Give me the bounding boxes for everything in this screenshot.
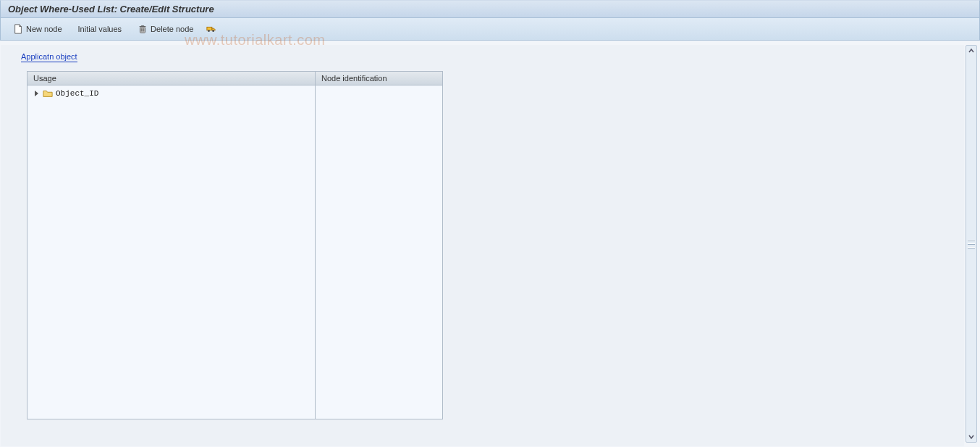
- scroll-grip[interactable]: [968, 240, 975, 248]
- column-usage[interactable]: Usage: [28, 72, 316, 85]
- svg-point-3: [213, 30, 215, 32]
- content-area: Applicatn object Usage Node identificati…: [1, 45, 964, 446]
- chevron-up-icon: [968, 48, 974, 54]
- scroll-down-button[interactable]: [966, 432, 976, 442]
- table-body: Object_ID: [28, 85, 442, 419]
- trash-icon: [138, 24, 148, 34]
- usage-table: Usage Node identification Object_ID: [27, 71, 443, 419]
- svg-rect-1: [207, 27, 212, 30]
- scroll-track[interactable]: [966, 56, 976, 432]
- folder-icon: [43, 88, 53, 99]
- vertical-scrollbar[interactable]: [966, 45, 977, 443]
- table-header: Usage Node identification: [28, 72, 442, 85]
- tree-node-object-id[interactable]: Object_ID: [28, 87, 315, 100]
- new-document-icon: [13, 24, 23, 34]
- truck-icon: [206, 24, 216, 34]
- initial-values-button[interactable]: Initial values: [72, 22, 129, 36]
- page-title: Object Where-Used List: Create/Edit Stru…: [0, 0, 980, 18]
- initial-values-label: Initial values: [78, 25, 122, 33]
- delete-node-button[interactable]: Delete node: [131, 21, 200, 37]
- node-id-column-body: [316, 85, 442, 419]
- usage-column-body: Object_ID: [28, 85, 316, 419]
- application-object-link[interactable]: Applicatn object: [21, 52, 77, 62]
- delete-node-label: Delete node: [151, 25, 193, 33]
- chevron-down-icon: [968, 434, 974, 440]
- tree-node-label: Object_ID: [56, 89, 98, 98]
- expand-icon[interactable]: [35, 91, 38, 96]
- scroll-up-button[interactable]: [966, 46, 976, 56]
- new-node-label: New node: [26, 25, 62, 33]
- toolbar: New node Initial values Delete node: [0, 18, 980, 41]
- transport-button[interactable]: [203, 21, 220, 37]
- link-row: Applicatn object: [1, 45, 964, 68]
- column-node-identification[interactable]: Node identification: [316, 72, 442, 85]
- svg-point-2: [208, 30, 211, 32]
- new-node-button[interactable]: New node: [7, 21, 69, 37]
